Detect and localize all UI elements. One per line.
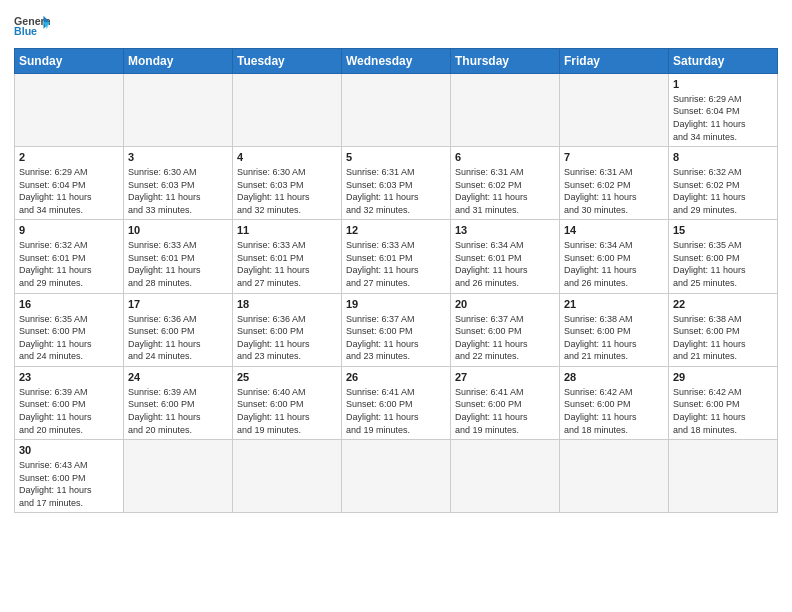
day-info: Sunrise: 6:38 AM Sunset: 6:00 PM Dayligh… xyxy=(673,313,773,363)
day-number: 21 xyxy=(564,297,664,312)
day-number: 22 xyxy=(673,297,773,312)
day-number: 28 xyxy=(564,370,664,385)
day-number: 13 xyxy=(455,223,555,238)
day-number: 25 xyxy=(237,370,337,385)
weekday-header: Sunday xyxy=(15,49,124,74)
calendar-cell xyxy=(342,74,451,147)
day-number: 29 xyxy=(673,370,773,385)
day-number: 4 xyxy=(237,150,337,165)
day-info: Sunrise: 6:31 AM Sunset: 6:02 PM Dayligh… xyxy=(564,166,664,216)
day-number: 12 xyxy=(346,223,446,238)
day-info: Sunrise: 6:33 AM Sunset: 6:01 PM Dayligh… xyxy=(128,239,228,289)
day-number: 20 xyxy=(455,297,555,312)
day-number: 2 xyxy=(19,150,119,165)
calendar-cell: 19Sunrise: 6:37 AM Sunset: 6:00 PM Dayli… xyxy=(342,293,451,366)
calendar-week-row: 2Sunrise: 6:29 AM Sunset: 6:04 PM Daylig… xyxy=(15,147,778,220)
day-info: Sunrise: 6:37 AM Sunset: 6:00 PM Dayligh… xyxy=(455,313,555,363)
day-info: Sunrise: 6:41 AM Sunset: 6:00 PM Dayligh… xyxy=(455,386,555,436)
day-number: 30 xyxy=(19,443,119,458)
logo: General Blue xyxy=(14,14,50,42)
day-info: Sunrise: 6:38 AM Sunset: 6:00 PM Dayligh… xyxy=(564,313,664,363)
day-info: Sunrise: 6:29 AM Sunset: 6:04 PM Dayligh… xyxy=(673,93,773,143)
calendar-week-row: 23Sunrise: 6:39 AM Sunset: 6:00 PM Dayli… xyxy=(15,366,778,439)
calendar-cell: 13Sunrise: 6:34 AM Sunset: 6:01 PM Dayli… xyxy=(451,220,560,293)
day-info: Sunrise: 6:39 AM Sunset: 6:00 PM Dayligh… xyxy=(128,386,228,436)
day-info: Sunrise: 6:31 AM Sunset: 6:03 PM Dayligh… xyxy=(346,166,446,216)
weekday-header: Tuesday xyxy=(233,49,342,74)
calendar-cell: 9Sunrise: 6:32 AM Sunset: 6:01 PM Daylig… xyxy=(15,220,124,293)
day-number: 9 xyxy=(19,223,119,238)
calendar-cell: 17Sunrise: 6:36 AM Sunset: 6:00 PM Dayli… xyxy=(124,293,233,366)
day-info: Sunrise: 6:41 AM Sunset: 6:00 PM Dayligh… xyxy=(346,386,446,436)
day-info: Sunrise: 6:30 AM Sunset: 6:03 PM Dayligh… xyxy=(237,166,337,216)
day-info: Sunrise: 6:36 AM Sunset: 6:00 PM Dayligh… xyxy=(237,313,337,363)
day-number: 27 xyxy=(455,370,555,385)
day-number: 11 xyxy=(237,223,337,238)
calendar-cell: 20Sunrise: 6:37 AM Sunset: 6:00 PM Dayli… xyxy=(451,293,560,366)
calendar-cell: 27Sunrise: 6:41 AM Sunset: 6:00 PM Dayli… xyxy=(451,366,560,439)
day-number: 5 xyxy=(346,150,446,165)
svg-text:Blue: Blue xyxy=(14,25,37,37)
day-number: 10 xyxy=(128,223,228,238)
day-number: 3 xyxy=(128,150,228,165)
calendar-cell xyxy=(342,440,451,513)
calendar-cell: 16Sunrise: 6:35 AM Sunset: 6:00 PM Dayli… xyxy=(15,293,124,366)
day-number: 18 xyxy=(237,297,337,312)
day-info: Sunrise: 6:32 AM Sunset: 6:01 PM Dayligh… xyxy=(19,239,119,289)
calendar-cell: 7Sunrise: 6:31 AM Sunset: 6:02 PM Daylig… xyxy=(560,147,669,220)
day-number: 7 xyxy=(564,150,664,165)
calendar-cell: 15Sunrise: 6:35 AM Sunset: 6:00 PM Dayli… xyxy=(669,220,778,293)
weekday-header-row: SundayMondayTuesdayWednesdayThursdayFrid… xyxy=(15,49,778,74)
day-number: 16 xyxy=(19,297,119,312)
calendar-cell xyxy=(124,440,233,513)
weekday-header: Wednesday xyxy=(342,49,451,74)
day-info: Sunrise: 6:31 AM Sunset: 6:02 PM Dayligh… xyxy=(455,166,555,216)
calendar-cell xyxy=(451,440,560,513)
calendar-cell xyxy=(15,74,124,147)
day-info: Sunrise: 6:37 AM Sunset: 6:00 PM Dayligh… xyxy=(346,313,446,363)
calendar-cell: 30Sunrise: 6:43 AM Sunset: 6:00 PM Dayli… xyxy=(15,440,124,513)
day-info: Sunrise: 6:32 AM Sunset: 6:02 PM Dayligh… xyxy=(673,166,773,216)
day-info: Sunrise: 6:35 AM Sunset: 6:00 PM Dayligh… xyxy=(673,239,773,289)
weekday-header: Saturday xyxy=(669,49,778,74)
calendar-cell xyxy=(124,74,233,147)
day-info: Sunrise: 6:30 AM Sunset: 6:03 PM Dayligh… xyxy=(128,166,228,216)
calendar-cell: 28Sunrise: 6:42 AM Sunset: 6:00 PM Dayli… xyxy=(560,366,669,439)
calendar-cell: 4Sunrise: 6:30 AM Sunset: 6:03 PM Daylig… xyxy=(233,147,342,220)
day-info: Sunrise: 6:36 AM Sunset: 6:00 PM Dayligh… xyxy=(128,313,228,363)
day-number: 17 xyxy=(128,297,228,312)
calendar-cell: 10Sunrise: 6:33 AM Sunset: 6:01 PM Dayli… xyxy=(124,220,233,293)
calendar-cell xyxy=(669,440,778,513)
day-info: Sunrise: 6:42 AM Sunset: 6:00 PM Dayligh… xyxy=(673,386,773,436)
day-info: Sunrise: 6:33 AM Sunset: 6:01 PM Dayligh… xyxy=(237,239,337,289)
weekday-header: Thursday xyxy=(451,49,560,74)
calendar-cell: 11Sunrise: 6:33 AM Sunset: 6:01 PM Dayli… xyxy=(233,220,342,293)
day-info: Sunrise: 6:34 AM Sunset: 6:00 PM Dayligh… xyxy=(564,239,664,289)
calendar-cell: 18Sunrise: 6:36 AM Sunset: 6:00 PM Dayli… xyxy=(233,293,342,366)
calendar-table: SundayMondayTuesdayWednesdayThursdayFrid… xyxy=(14,48,778,513)
calendar-cell xyxy=(560,74,669,147)
calendar-week-row: 9Sunrise: 6:32 AM Sunset: 6:01 PM Daylig… xyxy=(15,220,778,293)
day-info: Sunrise: 6:39 AM Sunset: 6:00 PM Dayligh… xyxy=(19,386,119,436)
calendar-week-row: 1Sunrise: 6:29 AM Sunset: 6:04 PM Daylig… xyxy=(15,74,778,147)
calendar-cell xyxy=(233,440,342,513)
calendar-cell: 21Sunrise: 6:38 AM Sunset: 6:00 PM Dayli… xyxy=(560,293,669,366)
day-number: 1 xyxy=(673,77,773,92)
day-info: Sunrise: 6:33 AM Sunset: 6:01 PM Dayligh… xyxy=(346,239,446,289)
calendar-cell xyxy=(560,440,669,513)
calendar-cell: 14Sunrise: 6:34 AM Sunset: 6:00 PM Dayli… xyxy=(560,220,669,293)
day-number: 15 xyxy=(673,223,773,238)
calendar-cell: 25Sunrise: 6:40 AM Sunset: 6:00 PM Dayli… xyxy=(233,366,342,439)
header: General Blue xyxy=(14,10,778,42)
day-info: Sunrise: 6:34 AM Sunset: 6:01 PM Dayligh… xyxy=(455,239,555,289)
day-info: Sunrise: 6:29 AM Sunset: 6:04 PM Dayligh… xyxy=(19,166,119,216)
day-number: 26 xyxy=(346,370,446,385)
calendar-cell: 22Sunrise: 6:38 AM Sunset: 6:00 PM Dayli… xyxy=(669,293,778,366)
page: General Blue SundayMondayTuesdayWednesda… xyxy=(0,0,792,612)
day-number: 8 xyxy=(673,150,773,165)
day-number: 24 xyxy=(128,370,228,385)
calendar-cell: 24Sunrise: 6:39 AM Sunset: 6:00 PM Dayli… xyxy=(124,366,233,439)
day-number: 23 xyxy=(19,370,119,385)
weekday-header: Friday xyxy=(560,49,669,74)
weekday-header: Monday xyxy=(124,49,233,74)
